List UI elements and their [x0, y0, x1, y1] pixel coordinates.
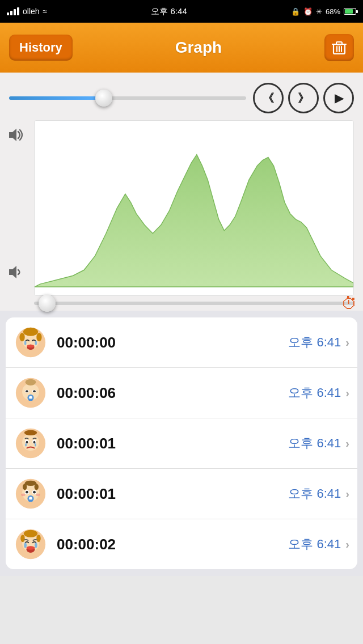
item-time-4: 00:00:02: [57, 536, 288, 553]
svg-rect-26: [28, 399, 32, 401]
item-date-3: 오후 6:41: [288, 485, 341, 502]
item-chevron-0: ›: [345, 336, 349, 349]
svg-point-28: [22, 434, 39, 451]
trash-icon: [331, 40, 347, 56]
svg-point-56: [35, 543, 37, 548]
alarm-icon: ⏰: [303, 7, 313, 16]
baby-face-0: [14, 325, 48, 359]
carrier-label: olleh: [23, 7, 40, 16]
list-area: 00:00:00 오후 6:41 ›: [0, 311, 363, 576]
svg-point-16: [27, 345, 34, 348]
item-time-1: 00:00:06: [57, 384, 288, 402]
signal-bars: [7, 7, 19, 15]
item-time-0: 00:00:00: [57, 334, 288, 351]
svg-point-44: [33, 491, 36, 494]
nav-buttons: 《 》 ▶: [253, 83, 354, 113]
play-button[interactable]: ▶: [323, 83, 354, 113]
graph-wrapper: [0, 120, 363, 296]
svg-marker-7: [9, 266, 16, 278]
svg-point-39: [23, 484, 27, 490]
volume-high-icon: [7, 126, 25, 147]
item-date-1: 오후 6:41: [288, 384, 341, 401]
timer-icon: ⏱: [341, 294, 357, 313]
svg-marker-6: [9, 129, 16, 141]
status-right: 🔒 ⏰ ✳ 68%: [291, 7, 356, 16]
top-slider-track[interactable]: [9, 96, 246, 100]
baby-face-2: [14, 426, 48, 460]
list-item[interactable]: 00:00:06 오후 6:41 ›: [6, 368, 357, 418]
status-bar: olleh ≈ 오후 6:44 🔒 ⏰ ✳ 68%: [0, 0, 363, 23]
svg-point-38: [25, 481, 37, 486]
baby-face-1: [14, 376, 48, 410]
svg-point-48: [21, 494, 25, 497]
bottom-slider-thumb[interactable]: [39, 295, 56, 312]
page-title: Graph: [175, 39, 222, 57]
svg-point-49: [36, 494, 40, 497]
svg-point-55: [24, 543, 27, 548]
item-chevron-3: ›: [345, 488, 349, 501]
svg-point-11: [19, 333, 24, 341]
forward-button[interactable]: 》: [288, 83, 319, 113]
top-slider-container: [9, 96, 246, 100]
list-item[interactable]: 00:00:02 오후 6:41 ›: [6, 519, 357, 569]
status-time: 오후 6:44: [151, 6, 187, 17]
svg-point-19: [26, 379, 36, 385]
baby-face-4: [14, 527, 48, 561]
item-time-2: 00:00:01: [57, 435, 288, 452]
controls-area: 《 》 ▶: [0, 73, 363, 120]
trash-button[interactable]: [324, 34, 354, 61]
list-item[interactable]: 00:00:01 오후 6:41 ›: [6, 418, 357, 469]
svg-point-29: [24, 430, 37, 435]
slider-thumb[interactable]: [95, 90, 112, 107]
item-time-3: 00:00:01: [57, 485, 288, 503]
item-date-4: 오후 6:41: [288, 536, 341, 553]
svg-point-53: [20, 535, 24, 542]
list-item[interactable]: 00:00:00 오후 6:41 ›: [6, 317, 357, 368]
svg-point-23: [33, 390, 36, 392]
bluetooth-icon: ✳: [316, 7, 322, 16]
svg-rect-47: [28, 499, 32, 502]
graph-container: [34, 120, 354, 296]
svg-point-35: [35, 443, 36, 447]
graph-svg: [35, 121, 353, 295]
svg-point-43: [26, 491, 28, 494]
baby-face-3: [14, 477, 48, 511]
rewind-button[interactable]: 《: [253, 83, 284, 113]
item-date-0: 오후 6:41: [288, 334, 341, 351]
status-left: olleh ≈: [7, 7, 47, 16]
item-chevron-2: ›: [345, 437, 349, 450]
slider-fill: [9, 96, 104, 100]
svg-point-32: [26, 441, 28, 444]
history-button[interactable]: History: [9, 35, 73, 61]
svg-point-52: [24, 530, 37, 537]
battery-percent: 68%: [326, 7, 340, 16]
svg-point-40: [35, 484, 39, 490]
item-date-2: 오후 6:41: [288, 435, 341, 452]
svg-point-33: [33, 441, 36, 444]
item-chevron-4: ›: [345, 538, 349, 551]
svg-point-10: [23, 328, 38, 336]
svg-point-58: [27, 546, 35, 550]
svg-point-14: [35, 341, 37, 345]
wifi-icon: ≈: [43, 7, 48, 16]
volume-low-icon: [7, 263, 25, 285]
svg-point-34: [25, 443, 27, 447]
svg-point-54: [36, 535, 40, 542]
volume-icons: [7, 120, 25, 296]
item-chevron-1: ›: [345, 387, 349, 400]
svg-point-13: [24, 341, 27, 345]
bottom-slider-track[interactable]: [34, 302, 354, 305]
battery-icon: [344, 8, 356, 15]
list-item[interactable]: 00:00:01 오후 6:41 ›: [6, 469, 357, 519]
svg-point-12: [36, 333, 41, 341]
nav-bar: History Graph: [0, 23, 363, 73]
lock-icon: 🔒: [291, 7, 300, 16]
list-inner: 00:00:00 오후 6:41 ›: [6, 317, 357, 569]
bottom-slider-area: ⏱: [0, 296, 363, 311]
svg-point-22: [26, 390, 28, 392]
